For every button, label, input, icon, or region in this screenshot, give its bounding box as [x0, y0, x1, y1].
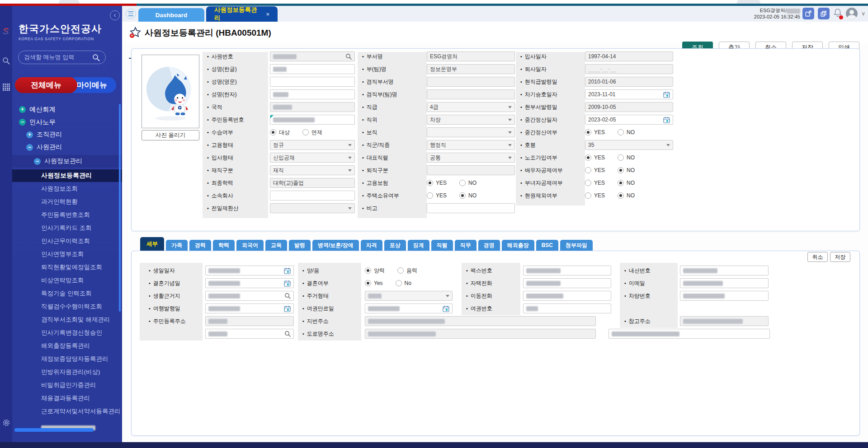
- radio-married-0[interactable]: Yes: [365, 280, 383, 286]
- field-job-series[interactable]: 공통: [427, 153, 515, 163]
- radio-married-1[interactable]: No: [396, 280, 411, 286]
- detail-tab-6[interactable]: 발령: [289, 240, 311, 251]
- field-name-eng[interactable]: [270, 77, 355, 87]
- field-mobile[interactable]: [523, 291, 611, 301]
- field-grade[interactable]: 4급: [427, 102, 515, 112]
- sidebar-item[interactable]: +조직관리: [12, 128, 122, 141]
- sidebar-item[interactable]: 비밀취급인가증관리: [12, 379, 122, 392]
- field-wedding[interactable]: [205, 278, 294, 288]
- chevron-down-icon[interactable]: ∨: [861, 10, 865, 17]
- field-ref-addr[interactable]: [680, 316, 769, 326]
- sidebar-item[interactable]: 인사기록카드 조회: [12, 222, 122, 234]
- field-passport-no[interactable]: [523, 303, 611, 313]
- photo-upload-button[interactable]: 사진 올리기: [142, 130, 199, 140]
- search-icon[interactable]: [284, 331, 291, 337]
- sidebar-item[interactable]: 재정보증담당자등록관리: [12, 353, 122, 365]
- detail-tab-5[interactable]: 교육: [265, 240, 287, 251]
- gear-icon[interactable]: [2, 419, 10, 429]
- field-housing[interactable]: [365, 291, 453, 301]
- detail-tab-13[interactable]: 경영: [478, 240, 500, 251]
- sidebar-item-active[interactable]: 사원정보등록관리: [12, 169, 122, 182]
- detail-tab-15[interactable]: BSC: [536, 240, 558, 251]
- field-jibun-addr[interactable]: [365, 316, 596, 326]
- radio-spouse-yn-1[interactable]: NO: [618, 167, 635, 173]
- field-salary-step[interactable]: 35: [585, 140, 673, 150]
- detail-tab-12[interactable]: 직무: [455, 240, 476, 251]
- field-duty[interactable]: [427, 127, 515, 137]
- field-retire-type[interactable]: [427, 165, 515, 175]
- radio-employ-ins-0[interactable]: YES: [427, 180, 447, 186]
- calendar-icon[interactable]: [663, 117, 670, 123]
- sidebar-item[interactable]: 과거인력현황: [12, 196, 122, 208]
- sidebar-item[interactable]: −사원관리: [12, 141, 122, 154]
- sidebar-item[interactable]: 비상연락망조회: [12, 274, 122, 287]
- field-resident-addr-search[interactable]: [205, 329, 294, 339]
- detail-tab-11[interactable]: 직렬: [431, 240, 453, 251]
- calendar-icon[interactable]: [284, 280, 291, 287]
- sidebar-item[interactable]: 퇴직현황및예정일조회: [12, 261, 122, 274]
- sidebar-item[interactable]: −인사노무: [12, 116, 122, 128]
- sidebar-item[interactable]: 근로계약서및서약서등록관리: [12, 405, 122, 418]
- radio-union-yn-0[interactable]: YES: [585, 154, 605, 161]
- detail-tab-10[interactable]: 징계: [408, 240, 429, 251]
- field-hire-type[interactable]: 신입공채: [270, 153, 355, 163]
- plus-circle-icon[interactable]: +: [26, 131, 33, 138]
- sidebar-item[interactable]: 특정기술 인력조회: [12, 287, 122, 300]
- detail-tab-4[interactable]: 외국어: [236, 240, 264, 251]
- tab-dashboard[interactable]: Dashboard: [138, 8, 204, 22]
- field-birth[interactable]: [205, 266, 294, 275]
- radio-house-own-0[interactable]: YES: [427, 192, 447, 199]
- field-interim-date[interactable]: 2023-02-05: [585, 115, 673, 125]
- detail-tab-8[interactable]: 자격: [361, 240, 382, 251]
- calendar-icon[interactable]: [663, 91, 670, 98]
- sidebar-item[interactable]: 민방위자원관리(비상): [12, 366, 122, 378]
- field-tenure[interactable]: 재직: [270, 165, 355, 175]
- field-travel-issue[interactable]: [205, 303, 294, 313]
- field-email[interactable]: [680, 278, 769, 288]
- field-hire-date[interactable]: 1997-04-14: [585, 51, 673, 61]
- detail-tab-2[interactable]: 경력: [189, 240, 211, 251]
- field-car-no[interactable]: [680, 291, 769, 301]
- field-home-phone[interactable]: [523, 278, 611, 288]
- field-dept-date[interactable]: 2009-10-05: [585, 102, 673, 112]
- detail-cancel-button[interactable]: 취소: [807, 252, 828, 262]
- plus-circle-icon[interactable]: +: [19, 106, 26, 113]
- search-icon[interactable]: [345, 53, 352, 60]
- field-passport-expiry[interactable]: [365, 303, 453, 313]
- minus-circle-icon[interactable]: −: [19, 119, 26, 126]
- field-resident-addr[interactable]: [205, 316, 294, 326]
- sidebar-item[interactable]: 인사기록변경신청승인: [12, 327, 122, 339]
- sidebar-item[interactable]: 해외출장등록관리: [12, 340, 122, 352]
- sidebar-item[interactable]: 인사근무이력조회: [12, 235, 122, 247]
- favorite-star-icon[interactable]: +: [129, 27, 142, 40]
- field-job-group[interactable]: 행정직: [427, 140, 515, 150]
- detail-save-button[interactable]: 저장: [830, 252, 850, 262]
- search-icon[interactable]: [2, 57, 10, 66]
- sidebar-item[interactable]: −사원정보관리: [12, 155, 122, 168]
- sidebar-item[interactable]: 채용결과등록관리: [12, 392, 122, 405]
- detail-tab-3[interactable]: 학력: [213, 240, 235, 251]
- field-dept[interactable]: ESG경영처: [427, 51, 515, 61]
- sidebar-item[interactable]: 사원정보조회: [12, 182, 122, 195]
- detail-tab-9[interactable]: 포상: [384, 240, 406, 251]
- field-position[interactable]: 차장: [427, 115, 515, 125]
- sidebar-item[interactable]: 인사연명부조회: [12, 248, 122, 261]
- field-resign-date[interactable]: ____-__-__: [585, 64, 673, 74]
- radio-interim-yn-0[interactable]: YES: [585, 129, 605, 135]
- field-fax[interactable]: [523, 266, 611, 275]
- sidebar-horizontal-scrollbar[interactable]: [14, 428, 94, 432]
- hamburger-icon[interactable]: [126, 9, 136, 19]
- avatar[interactable]: [846, 8, 858, 19]
- field-employ-type[interactable]: 정규: [270, 140, 355, 150]
- field-grade-date[interactable]: 2010-01-06: [585, 77, 673, 87]
- radio-union-yn-1[interactable]: NO: [618, 154, 635, 161]
- tab-current[interactable]: 사원정보등록관리×: [206, 6, 278, 22]
- sidebar-item[interactable]: [12, 421, 122, 434]
- app-grid-icon[interactable]: [2, 84, 10, 93]
- field-resident-no[interactable]: [270, 115, 355, 125]
- open-window-icon[interactable]: [802, 8, 814, 19]
- radio-calendar-type-0[interactable]: 양력: [365, 267, 385, 275]
- field-concur-team[interactable]: [427, 89, 515, 99]
- field-education[interactable]: 대학(교)졸업: [270, 178, 355, 188]
- radio-headcount-yn-0[interactable]: YES: [585, 192, 605, 199]
